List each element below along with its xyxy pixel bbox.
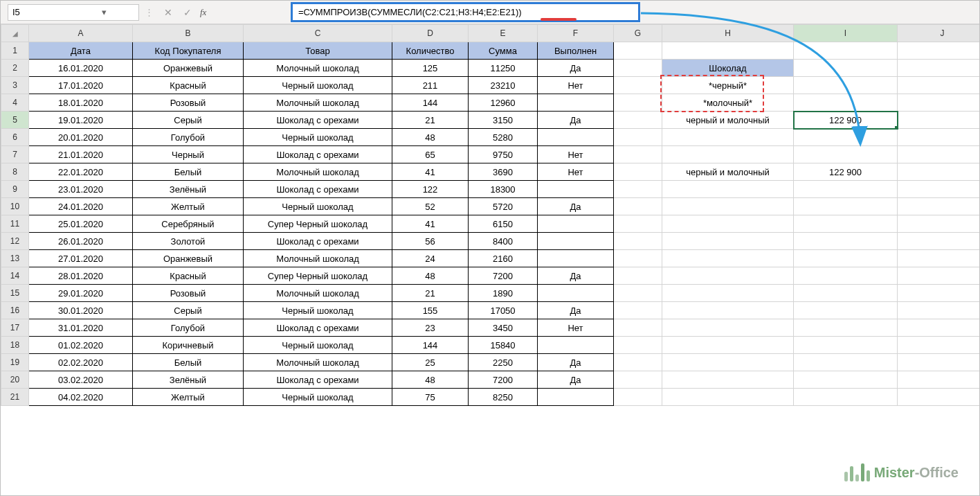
row-header-14[interactable]: 14 <box>1 267 29 285</box>
cell-J20[interactable] <box>898 371 980 389</box>
cell-A3[interactable]: 17.01.2020 <box>29 77 133 94</box>
cell-H2[interactable]: Шоколад <box>662 60 794 77</box>
cell-A17[interactable]: 31.01.2020 <box>29 319 133 337</box>
cell-G18[interactable] <box>614 337 662 354</box>
cell-C3[interactable]: Черный шоколад <box>244 77 392 94</box>
cell-E12[interactable]: 8400 <box>469 233 538 250</box>
row-header-8[interactable]: 8 <box>1 163 29 181</box>
cell-A18[interactable]: 01.02.2020 <box>29 337 133 354</box>
cell-B11[interactable]: Серебряный <box>133 215 244 233</box>
cell-J14[interactable] <box>898 267 980 285</box>
cell-H5[interactable]: черный и молочный <box>662 112 794 129</box>
header-c[interactable]: Товар <box>244 42 392 60</box>
cell-H13[interactable] <box>662 250 794 267</box>
cell-E7[interactable]: 9750 <box>469 146 538 163</box>
col-header-B[interactable]: B <box>133 25 244 42</box>
cell-H9[interactable] <box>662 181 794 198</box>
cell-F3[interactable]: Нет <box>538 77 614 94</box>
row-header-6[interactable]: 6 <box>1 129 29 146</box>
cell-I18[interactable] <box>794 337 898 354</box>
cell-E17[interactable]: 3450 <box>469 319 538 337</box>
cell-J10[interactable] <box>898 198 980 215</box>
cell-B19[interactable]: Белый <box>133 354 244 371</box>
cell-H14[interactable] <box>662 267 794 285</box>
cell-D16[interactable]: 155 <box>392 302 469 319</box>
header-a[interactable]: Дата <box>29 42 133 60</box>
cell-I4[interactable] <box>794 94 898 112</box>
select-all-corner[interactable]: ◢ <box>1 25 29 42</box>
cell-E4[interactable]: 12960 <box>469 94 538 112</box>
cell-C11[interactable]: Супер Черный шоколад <box>244 215 392 233</box>
cell-C6[interactable]: Черный шоколад <box>244 129 392 146</box>
cell-H12[interactable] <box>662 233 794 250</box>
cell-I20[interactable] <box>794 371 898 389</box>
cell-H7[interactable] <box>662 146 794 163</box>
cell-H1[interactable] <box>662 42 794 60</box>
cell-I19[interactable] <box>794 354 898 371</box>
cell-F18[interactable] <box>538 337 614 354</box>
cell-G8[interactable] <box>614 163 662 181</box>
row-header-2[interactable]: 2 <box>1 60 29 77</box>
header-f[interactable]: Выполнен <box>538 42 614 60</box>
cell-J5[interactable] <box>898 112 980 129</box>
col-header-I[interactable]: I <box>794 25 898 42</box>
cell-E10[interactable]: 5720 <box>469 198 538 215</box>
cell-A2[interactable]: 16.01.2020 <box>29 60 133 77</box>
cell-E13[interactable]: 2160 <box>469 250 538 267</box>
cell-J7[interactable] <box>898 146 980 163</box>
cell-A14[interactable]: 28.01.2020 <box>29 267 133 285</box>
row-header-20[interactable]: 20 <box>1 371 29 389</box>
cell-H18[interactable] <box>662 337 794 354</box>
cell-B10[interactable]: Желтый <box>133 198 244 215</box>
cell-A11[interactable]: 25.01.2020 <box>29 215 133 233</box>
row-header-1[interactable]: 1 <box>1 42 29 60</box>
row-header-9[interactable]: 9 <box>1 181 29 198</box>
cell-G16[interactable] <box>614 302 662 319</box>
cell-A6[interactable]: 20.01.2020 <box>29 129 133 146</box>
row-header-18[interactable]: 18 <box>1 337 29 354</box>
cell-I9[interactable] <box>794 181 898 198</box>
cell-D3[interactable]: 211 <box>392 77 469 94</box>
cell-E20[interactable]: 7200 <box>469 371 538 389</box>
cell-A20[interactable]: 03.02.2020 <box>29 371 133 389</box>
cell-E9[interactable]: 18300 <box>469 181 538 198</box>
cell-F8[interactable]: Нет <box>538 163 614 181</box>
cell-B17[interactable]: Голубой <box>133 319 244 337</box>
cell-B3[interactable]: Красный <box>133 77 244 94</box>
cell-C12[interactable]: Шоколад с орехами <box>244 233 392 250</box>
cell-I11[interactable] <box>794 215 898 233</box>
cell-F10[interactable]: Да <box>538 198 614 215</box>
cell-G15[interactable] <box>614 285 662 302</box>
cell-B9[interactable]: Зелёный <box>133 181 244 198</box>
cell-C7[interactable]: Шоколад с орехами <box>244 146 392 163</box>
cell-G20[interactable] <box>614 371 662 389</box>
cell-H21[interactable] <box>662 389 794 406</box>
cell-H8[interactable]: черный и молочный <box>662 163 794 181</box>
cell-F17[interactable]: Нет <box>538 319 614 337</box>
cell-D9[interactable]: 122 <box>392 181 469 198</box>
cell-B8[interactable]: Белый <box>133 163 244 181</box>
header-b[interactable]: Код Покупателя <box>133 42 244 60</box>
cell-I7[interactable] <box>794 146 898 163</box>
cell-E14[interactable]: 7200 <box>469 267 538 285</box>
cell-I15[interactable] <box>794 285 898 302</box>
cell-I14[interactable] <box>794 267 898 285</box>
cell-I16[interactable] <box>794 302 898 319</box>
cell-I17[interactable] <box>794 319 898 337</box>
cell-J2[interactable] <box>898 60 980 77</box>
row-header-7[interactable]: 7 <box>1 146 29 163</box>
cell-A19[interactable]: 02.02.2020 <box>29 354 133 371</box>
cell-F20[interactable]: Да <box>538 371 614 389</box>
cell-A5[interactable]: 19.01.2020 <box>29 112 133 129</box>
cell-B2[interactable]: Оранжевый <box>133 60 244 77</box>
cell-C13[interactable]: Молочный шоколад <box>244 250 392 267</box>
cell-D5[interactable]: 21 <box>392 112 469 129</box>
col-header-G[interactable]: G <box>614 25 662 42</box>
cell-C16[interactable]: Черный шоколад <box>244 302 392 319</box>
cell-G19[interactable] <box>614 354 662 371</box>
cell-F6[interactable] <box>538 129 614 146</box>
confirm-button[interactable]: ✓ <box>178 4 197 21</box>
cell-I8[interactable]: 122 900 <box>794 163 898 181</box>
name-box-dropdown-icon[interactable]: ▾ <box>73 8 134 17</box>
cell-B5[interactable]: Серый <box>133 112 244 129</box>
